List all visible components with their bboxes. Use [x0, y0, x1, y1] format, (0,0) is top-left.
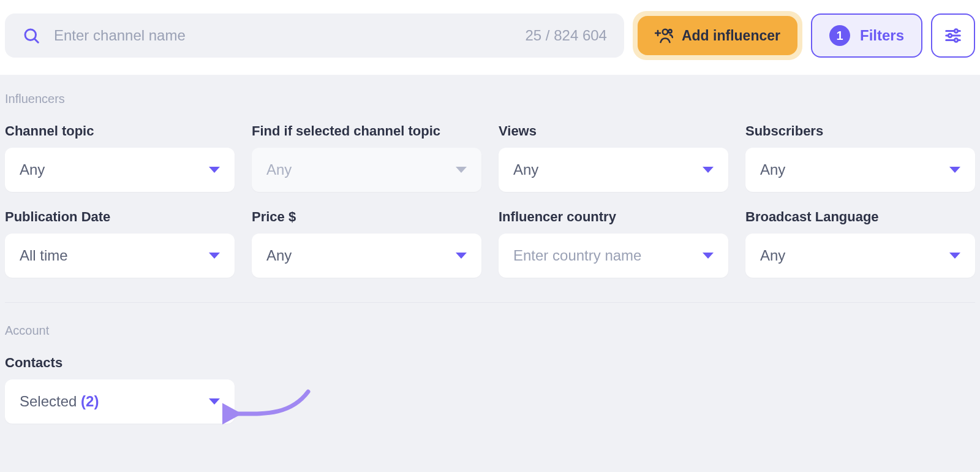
svg-point-9: [948, 34, 952, 37]
filters-button[interactable]: 1 Filters: [811, 13, 922, 58]
subscribers-select[interactable]: Any: [745, 148, 975, 192]
channel-topic-field: Channel topic Any: [5, 123, 235, 192]
contacts-select[interactable]: Selected (2): [5, 379, 235, 424]
subscribers-value: Any: [760, 161, 785, 178]
influencer-country-label: Influencer country: [499, 209, 728, 225]
contacts-value-prefix: Selected: [20, 393, 77, 409]
chevron-down-icon: [949, 253, 960, 259]
views-select[interactable]: Any: [499, 148, 728, 192]
views-field: Views Any: [499, 123, 728, 192]
influencer-country-placeholder: Enter country name: [513, 247, 641, 264]
price-value: Any: [266, 247, 292, 264]
section-divider: [5, 302, 975, 303]
views-value: Any: [513, 161, 538, 178]
contacts-value: Selected (2): [20, 393, 99, 410]
chevron-down-icon: [949, 167, 960, 173]
influencers-section-title: Influencers: [5, 92, 975, 106]
account-section-title: Account: [5, 324, 975, 338]
svg-point-4: [663, 29, 668, 34]
svg-point-11: [954, 39, 958, 42]
publication-date-field: Publication Date All time: [5, 209, 235, 278]
annotation-arrow-icon: [222, 387, 320, 436]
price-field: Price $ Any: [252, 209, 481, 278]
search-icon: [22, 26, 40, 45]
influencer-filters-grid: Channel topic Any Find if selected chann…: [5, 123, 975, 278]
subscribers-field: Subscribers Any: [745, 123, 975, 192]
filters-panel: Influencers Channel topic Any Find if se…: [0, 75, 980, 424]
contacts-label: Contacts: [5, 355, 235, 371]
channel-topic-value: Any: [20, 161, 45, 178]
chevron-down-icon: [209, 167, 220, 173]
svg-point-7: [954, 29, 958, 33]
contacts-count: (2): [81, 393, 99, 409]
account-filters-grid: Contacts Selected (2): [5, 355, 975, 424]
find-if-topic-label: Find if selected channel topic: [252, 123, 481, 139]
search-input[interactable]: [54, 27, 512, 44]
views-label: Views: [499, 123, 728, 139]
find-if-topic-value: Any: [266, 161, 292, 178]
add-influencer-button[interactable]: Add influencer: [638, 16, 797, 55]
publication-date-value: All time: [20, 247, 68, 264]
add-influencer-label: Add influencer: [682, 28, 780, 44]
influencer-country-select[interactable]: Enter country name: [499, 234, 728, 278]
filter-settings-button[interactable]: [931, 13, 975, 58]
add-person-icon: [655, 28, 673, 44]
top-bar: 25 / 824 604 Add influencer 1 Filters: [0, 0, 980, 75]
svg-point-5: [668, 29, 671, 32]
chevron-down-icon: [209, 398, 220, 405]
subscribers-label: Subscribers: [745, 123, 975, 139]
add-influencer-halo: Add influencer: [633, 11, 802, 60]
influencer-country-field: Influencer country Enter country name: [499, 209, 728, 278]
filters-label: Filters: [860, 27, 904, 44]
channel-topic-select[interactable]: Any: [5, 148, 235, 192]
channel-topic-label: Channel topic: [5, 123, 235, 139]
chevron-down-icon: [703, 253, 714, 259]
search-box[interactable]: 25 / 824 604: [5, 13, 624, 58]
publication-date-select[interactable]: All time: [5, 234, 235, 278]
broadcast-language-field: Broadcast Language Any: [745, 209, 975, 278]
broadcast-language-select[interactable]: Any: [745, 234, 975, 278]
broadcast-language-label: Broadcast Language: [745, 209, 975, 225]
price-label: Price $: [252, 209, 481, 225]
svg-line-1: [34, 39, 38, 42]
publication-date-label: Publication Date: [5, 209, 235, 225]
chevron-down-icon: [209, 253, 220, 259]
price-select[interactable]: Any: [252, 234, 481, 278]
chevron-down-icon: [703, 167, 714, 173]
broadcast-language-value: Any: [760, 247, 785, 264]
find-if-topic-select: Any: [252, 148, 481, 192]
contacts-field: Contacts Selected (2): [5, 355, 235, 424]
filters-count-badge: 1: [829, 25, 850, 46]
find-if-topic-field: Find if selected channel topic Any: [252, 123, 481, 192]
chevron-down-icon: [456, 253, 467, 259]
chevron-down-icon: [456, 167, 467, 173]
sliders-icon: [944, 26, 962, 45]
search-count: 25 / 824 604: [526, 27, 607, 44]
